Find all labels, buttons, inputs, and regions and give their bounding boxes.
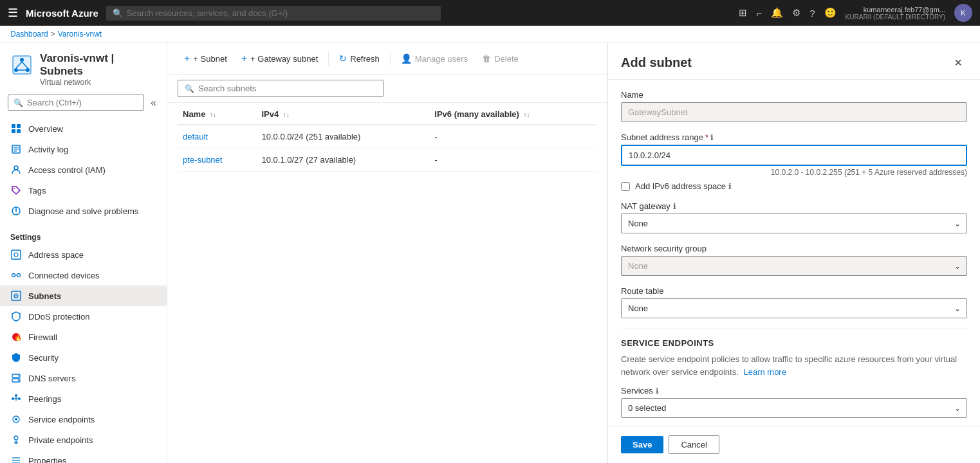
sidebar-nav-tags[interactable]: Tags <box>0 180 167 201</box>
services-select[interactable]: 0 selected <box>621 398 967 418</box>
delete-button[interactable]: 🗑 Delete <box>476 50 525 67</box>
ipv6-info-icon[interactable]: ℹ <box>728 182 732 191</box>
brand-name: Microsoft Azure <box>26 8 98 19</box>
properties-icon <box>10 455 22 463</box>
table-header-name[interactable]: Name ↑↓ <box>178 103 256 125</box>
hamburger-icon[interactable]: ☰ <box>8 6 18 20</box>
route-table-label: Route table <box>621 286 967 296</box>
name-label: Name <box>621 90 967 100</box>
sidebar-nav-private-endpoints[interactable]: Private endpoints <box>0 430 167 450</box>
subnet-search-input[interactable] <box>198 84 376 93</box>
breadcrumb-dashboard[interactable]: Dashboard <box>10 30 48 39</box>
svg-point-34 <box>12 397 14 400</box>
subnet-hint: 10.0.2.0 - 10.0.2.255 (251 + 5 Azure res… <box>621 166 967 179</box>
search-icon: 🔍 <box>113 8 123 18</box>
add-subnet-label: + Subnet <box>193 54 227 64</box>
svg-point-19 <box>15 213 17 214</box>
user-info[interactable]: kumarneeraj.feb77@gm... KURARII (DEFAULT… <box>846 6 945 21</box>
add-subnet-icon: + <box>184 53 190 64</box>
service-endpoints-icon <box>10 414 22 424</box>
nsg-select[interactable]: None <box>621 256 967 276</box>
table-row: default 10.0.0.0/24 (251 available) - <box>178 125 596 149</box>
cloud-shell-icon[interactable]: ⌐ <box>756 8 762 19</box>
access-control-icon <box>10 165 22 175</box>
add-gateway-subnet-button[interactable]: + + Gateway subnet <box>235 50 325 68</box>
nat-gateway-form-group: NAT gateway ℹ None ⌄ <box>621 201 967 233</box>
table-cell-ipv6-pte: - <box>429 149 596 172</box>
firewall-icon: 🔥 <box>10 332 22 342</box>
sidebar-nav-firewall[interactable]: 🔥 Firewall <box>0 327 167 347</box>
table-cell-name-pte: pte-subnet <box>178 149 256 172</box>
route-table-form-group: Route table None ⌄ <box>621 286 967 318</box>
table-cell-ipv4-default: 10.0.0.0/24 (251 available) <box>256 125 429 149</box>
services-info-icon[interactable]: ℹ <box>656 386 659 395</box>
cancel-button[interactable]: Cancel <box>669 435 719 454</box>
table-cell-ipv6-default: - <box>429 125 596 149</box>
dns-servers-icon <box>10 373 22 383</box>
settings-icon[interactable]: ⚙ <box>792 7 800 19</box>
close-panel-button[interactable]: × <box>949 53 967 71</box>
ddos-protection-icon <box>10 311 22 322</box>
refresh-button[interactable]: ↻ Refresh <box>333 50 386 67</box>
panel-body: Name Subnet address range * ℹ 10.0.2.0 -… <box>608 80 980 426</box>
subnet-address-range-input[interactable] <box>621 145 967 166</box>
sidebar-nav-activity-log[interactable]: Activity log <box>0 139 167 159</box>
subnet-search-box[interactable]: 🔍 <box>178 80 384 97</box>
table-header-ipv6[interactable]: IPv6 (many available) ↑↓ <box>429 103 596 125</box>
sidebar-nav-connected-devices[interactable]: Connected devices <box>0 265 167 286</box>
sidebar-nav-address-space[interactable]: Address space <box>0 244 167 265</box>
services-form-group: Services ℹ 0 selected ⌄ <box>621 386 967 418</box>
sidebar-nav-properties[interactable]: Properties <box>0 450 167 463</box>
table-cell-name-default: default <box>178 125 256 149</box>
sidebar-search-input[interactable] <box>27 98 138 107</box>
svg-point-15 <box>14 166 18 170</box>
subnet-link-default[interactable]: default <box>183 132 208 141</box>
sidebar-nav-security[interactable]: Security <box>0 347 167 368</box>
ipv6-sort-arrows: ↑↓ <box>523 111 530 118</box>
subnet-address-range-label: Subnet address range * ℹ <box>621 132 967 142</box>
global-search[interactable]: 🔍 <box>106 6 441 21</box>
sidebar-nav-dns-servers[interactable]: DNS servers <box>0 368 167 388</box>
sidebar-nav-subnets[interactable]: Subnets <box>0 286 167 306</box>
save-button[interactable]: Save <box>621 436 663 453</box>
sidebar-search-box[interactable]: 🔍 <box>8 95 144 111</box>
global-search-input[interactable] <box>127 8 434 18</box>
content-area: Varonis-vnwt | Subnets Virtual network 🔍… <box>0 43 980 463</box>
sidebar-nav-diagnose[interactable]: Diagnose and solve problems <box>0 201 167 221</box>
help-icon[interactable]: ? <box>809 8 815 19</box>
manage-users-label: Manage users <box>415 54 468 64</box>
ipv6-checkbox[interactable] <box>621 182 630 191</box>
refresh-label: Refresh <box>350 54 380 64</box>
portal-menu-icon[interactable]: ⊞ <box>739 7 747 19</box>
table-header-ipv4[interactable]: IPv4 ↑↓ <box>256 103 429 125</box>
sidebar-nav-overview[interactable]: Overview <box>0 118 167 139</box>
sidebar-collapse-button[interactable]: « <box>148 97 159 109</box>
add-subnet-button[interactable]: + + Subnet <box>178 50 234 68</box>
route-table-select[interactable]: None <box>621 298 967 318</box>
activity-log-label: Activity log <box>28 145 68 154</box>
nat-gateway-select[interactable]: None <box>621 213 967 233</box>
sidebar-nav-service-endpoints[interactable]: Service endpoints <box>0 409 167 430</box>
breadcrumb-current[interactable]: Varonis-vnwt <box>58 30 102 39</box>
sidebar-nav-peerings[interactable]: Peerings <box>0 388 167 409</box>
nat-gateway-label: NAT gateway ℹ <box>621 201 967 211</box>
name-input[interactable] <box>621 102 967 122</box>
svg-point-1 <box>20 58 24 62</box>
main-panel: + + Subnet + + Gateway subnet ↻ Refresh … <box>167 43 607 463</box>
add-gateway-icon: + <box>241 53 247 64</box>
table-cell-ipv4-pte: 10.0.1.0/27 (27 available) <box>256 149 429 172</box>
refresh-icon: ↻ <box>339 53 347 64</box>
subnet-range-info-icon[interactable]: ℹ <box>710 133 714 142</box>
nat-info-icon[interactable]: ℹ <box>673 202 676 211</box>
sidebar-nav-access-control[interactable]: Access control (IAM) <box>0 159 167 180</box>
feedback-icon[interactable]: 🙂 <box>824 7 837 19</box>
nsg-form-group: Network security group None ⌄ <box>621 244 967 276</box>
subnet-link-pte[interactable]: pte-subnet <box>183 155 222 165</box>
notifications-icon[interactable]: 🔔 <box>771 7 783 19</box>
sidebar-nav-ddos-protection[interactable]: DDoS protection <box>0 306 167 327</box>
add-gateway-label: + Gateway subnet <box>250 54 318 64</box>
manage-users-button[interactable]: 👤 Manage users <box>394 50 474 67</box>
learn-more-link[interactable]: Learn more <box>743 367 786 377</box>
svg-rect-7 <box>12 124 15 128</box>
avatar[interactable]: K <box>954 4 972 22</box>
